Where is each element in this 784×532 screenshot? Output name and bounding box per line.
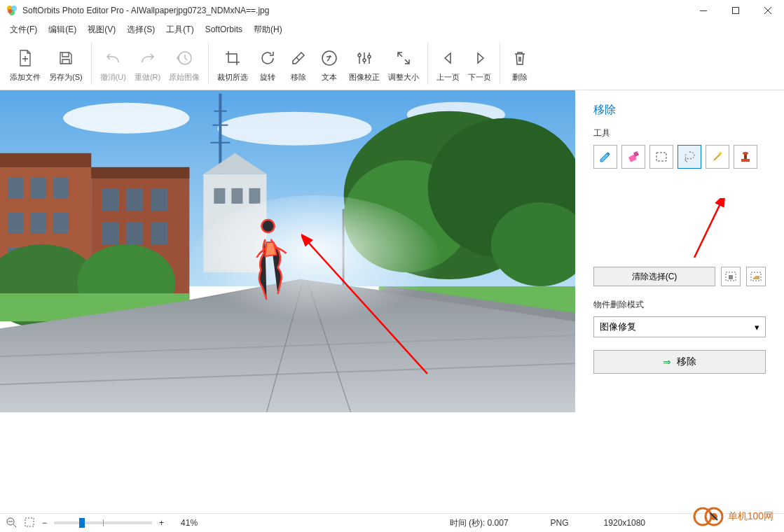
maximize-button[interactable] [720,0,752,21]
correction-button[interactable]: 图像校正 [345,43,384,85]
format-label: PNG [551,518,569,528]
mode-label: 物件删除模式 [593,299,766,311]
rotate-icon [259,46,276,71]
canvas-area [0,90,575,513]
undo-button[interactable]: 撤消(U) [96,43,130,85]
zoom-minus-button[interactable]: − [42,518,47,528]
image-canvas[interactable] [0,90,575,412]
text-icon [321,46,338,71]
resize-icon [395,46,412,71]
zoom-slider[interactable] [54,522,152,524]
crop-button[interactable]: 裁切所选 [213,43,252,85]
svg-point-13 [217,112,371,146]
save-as-button[interactable]: 另存为(S) [45,43,87,85]
watermark-icon [693,505,724,528]
next-button[interactable]: 下一页 [464,43,495,85]
svg-rect-63 [25,518,34,526]
svg-point-3 [8,9,12,13]
side-panel: 移除 工具 [575,90,784,513]
app-icon [6,4,18,17]
magic-wand-tool[interactable] [706,145,729,169]
redo-icon [139,46,156,71]
svg-rect-19 [31,178,46,199]
svg-rect-30 [126,188,143,211]
zoom-plus-button[interactable]: + [159,518,164,528]
titlebar: SoftOrbits Photo Editor Pro - AIWallpape… [0,0,784,21]
panel-title: 移除 [593,103,766,118]
undo-icon [104,46,121,71]
svg-rect-21 [8,213,24,234]
window-title: SoftOrbits Photo Editor Pro - AIWallpape… [22,6,687,15]
trash-icon [512,46,528,71]
svg-rect-38 [231,188,242,204]
svg-rect-33 [126,222,143,244]
eraser-icon [290,46,307,71]
original-button[interactable]: 原始图像 [165,43,204,85]
svg-rect-23 [53,213,69,234]
zoom-out-icon[interactable] [6,517,17,530]
watermark-text: 单机100网 [728,510,773,523]
tools-label: 工具 [593,127,766,139]
menubar: 文件(F) 编辑(E) 视图(V) 选择(S) 工具(T) SoftOrbits… [0,21,784,38]
svg-rect-34 [151,222,167,244]
svg-rect-20 [53,178,69,199]
svg-point-51 [189,195,441,335]
svg-rect-37 [214,188,225,204]
menu-softorbits[interactable]: SoftOrbits [201,23,247,36]
rect-select-tool[interactable] [649,145,673,169]
lasso-tool[interactable] [678,145,701,169]
fit-icon[interactable] [24,517,35,530]
rotate-button[interactable]: 旋转 [252,43,283,85]
svg-point-9 [363,59,366,62]
svg-rect-15 [219,94,221,174]
svg-rect-18 [8,178,24,199]
minimize-button[interactable] [687,0,720,21]
prev-icon [441,46,456,71]
redo-button[interactable]: 重做(R) [130,43,165,85]
menu-select[interactable]: 选择(S) [123,22,159,37]
menu-help[interactable]: 帮助(H) [249,22,287,37]
arrow-right-icon: ⇒ [663,356,671,368]
resize-button[interactable]: 调整大小 [384,43,423,85]
marker-tool[interactable] [593,145,617,169]
remove-button[interactable]: ⇒ 移除 [593,350,766,374]
menu-tools[interactable]: 工具(T) [162,22,198,37]
menu-file[interactable]: 文件(F) [6,22,41,37]
svg-rect-55 [656,153,666,161]
sliders-icon [356,46,373,71]
annotation-arrow-panel [687,198,729,261]
clear-selection-button[interactable]: 清除选择(C) [593,267,715,286]
add-file-button[interactable]: 添加文件 [6,43,45,85]
svg-rect-39 [249,188,260,204]
svg-rect-17 [0,153,91,167]
svg-rect-56 [741,159,750,162]
watermark: 单机100网 [693,505,773,528]
svg-rect-5 [733,8,739,14]
svg-point-12 [63,103,189,134]
load-selection-button[interactable] [746,267,766,286]
remove-tool-button[interactable]: 移除 [283,43,314,85]
svg-rect-29 [102,188,118,211]
save-selection-button[interactable] [721,267,741,286]
text-button[interactable]: 文本 [314,43,345,85]
toolbar: 添加文件 另存为(S) 撤消(U) 重做(R) 原始图像 裁切所选 旋转 [0,38,784,90]
clone-stamp-tool[interactable] [734,145,757,169]
eraser-tool[interactable] [621,145,645,169]
tool-row [593,145,766,169]
svg-rect-31 [151,188,167,211]
next-icon [472,46,488,71]
zoom-percent: 41% [181,518,198,528]
delete-button[interactable]: 删除 [504,43,535,85]
svg-rect-4 [700,10,707,11]
svg-rect-32 [102,222,118,244]
canvas-view[interactable] [0,90,575,513]
history-icon [176,46,193,71]
svg-point-58 [743,152,748,155]
mode-select[interactable]: 图像修复 ▾ [593,316,766,337]
menu-view[interactable]: 视图(V) [83,22,120,37]
menu-edit[interactable]: 编辑(E) [44,22,81,37]
statusbar: − + 41% 时间 (秒): 0.007 PNG 1920x1080 [0,513,784,532]
close-button[interactable] [752,0,784,21]
prev-button[interactable]: 上一页 [432,43,464,85]
dimensions-label: 1920x1080 [604,518,645,528]
